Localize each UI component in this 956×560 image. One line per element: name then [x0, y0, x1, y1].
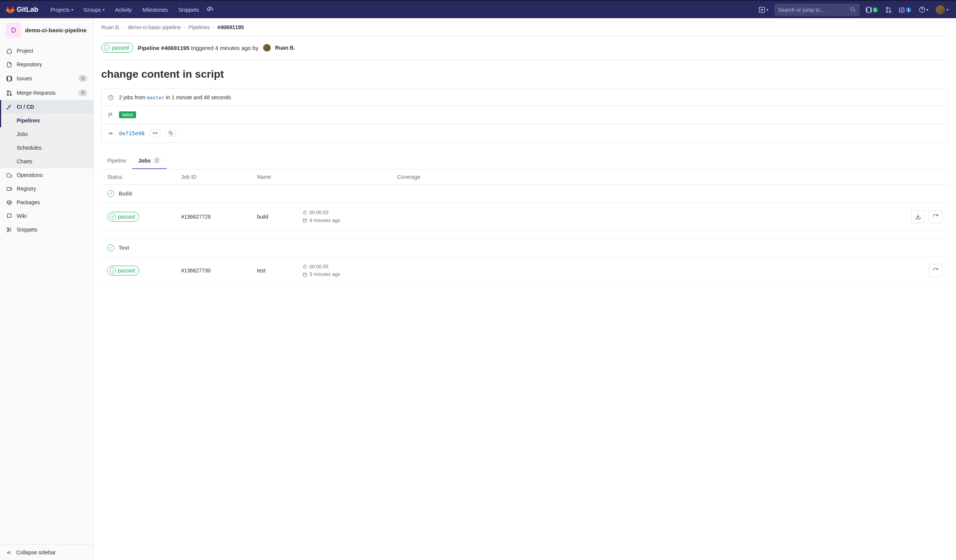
pipeline-header: ✓ passed Pipeline #40691195 triggered 4 …	[101, 36, 948, 60]
crumb-pipelines[interactable]: Pipelines	[189, 24, 210, 30]
jobs-table-header: Status Job ID Name Coverage	[101, 169, 948, 185]
tanuki-icon	[6, 6, 14, 14]
latest-tag: latest	[119, 111, 136, 118]
tab-jobs[interactable]: Jobs 2	[132, 152, 167, 169]
job-status-badge[interactable]: ✓ passed	[107, 212, 139, 222]
branch-link[interactable]: master	[147, 95, 165, 100]
nav-activity[interactable]: Activity	[111, 1, 137, 19]
sidebar-sub-jobs[interactable]: Jobs	[0, 127, 93, 141]
sidebar-item-cicd[interactable]: CI / CD	[0, 100, 93, 114]
sidebar-item-operations[interactable]: Operations	[0, 168, 93, 182]
nav-todos-icon[interactable]: 1	[898, 7, 913, 13]
svg-point-15	[10, 94, 11, 96]
check-circle-icon: ✓	[110, 268, 116, 274]
breadcrumbs: Ruan B. › demo-ci-basic-pipeline › Pipel…	[101, 24, 948, 36]
sidebar-project-header[interactable]: D demo-ci-basic-pipeline	[0, 18, 93, 42]
home-icon	[6, 48, 12, 54]
crumb-project[interactable]: demo-ci-basic-pipeline	[128, 24, 181, 30]
nav-milestones[interactable]: Milestones	[138, 1, 173, 19]
pipeline-info: Pipeline #40691195 triggered 4 minutes a…	[138, 45, 258, 51]
rocket-icon	[6, 104, 12, 110]
project-avatar: D	[6, 23, 21, 38]
sidebar-item-wiki[interactable]: Wiki	[0, 209, 93, 223]
chevron-right-icon: ›	[184, 25, 186, 30]
job-row: ✓ passed #136627730 test 00:00:55 3 minu…	[101, 257, 948, 285]
merge-icon	[6, 90, 12, 96]
triggerer-name[interactable]: Ruan B.	[275, 45, 295, 51]
copy-sha-button[interactable]	[166, 130, 176, 137]
retry-job-button[interactable]	[929, 264, 942, 277]
commit-sha-link[interactable]: 0e715e98	[119, 130, 145, 136]
svg-rect-2	[867, 7, 871, 13]
flag-icon	[108, 112, 114, 118]
nav-merge-requests-icon[interactable]	[884, 7, 893, 13]
job-name[interactable]: test	[257, 268, 302, 274]
check-circle-icon: ✓	[110, 214, 116, 220]
sidebar-sub-pipelines[interactable]: Pipelines	[0, 114, 93, 127]
stopwatch-icon	[302, 265, 307, 269]
global-search[interactable]	[774, 4, 860, 16]
job-id[interactable]: #136627729	[181, 214, 257, 220]
file-icon	[6, 62, 12, 67]
nav-groups[interactable]: Groups▾	[79, 1, 109, 19]
disk-icon	[6, 186, 12, 192]
crumb-user[interactable]: Ruan B.	[101, 24, 121, 30]
stopwatch-icon	[302, 210, 307, 215]
svg-point-17	[10, 188, 11, 189]
nav-issues-icon[interactable]: 1	[864, 7, 879, 13]
svg-point-21	[110, 133, 112, 134]
new-dropdown[interactable]: ▾	[757, 7, 770, 13]
jobs-summary-row: 2 jobs from master in 1 minute and 48 se…	[102, 89, 948, 106]
sidebar-item-merge-requests[interactable]: Merge Requests 0	[0, 86, 93, 100]
user-menu[interactable]: ▾	[934, 5, 950, 14]
stage-row-test: ✓ Test	[101, 239, 948, 257]
chevron-right-icon: ›	[213, 25, 215, 30]
crumb-current: #40691195	[218, 24, 244, 30]
issues-icon	[6, 76, 12, 82]
clock-icon	[108, 95, 114, 100]
job-status-badge[interactable]: ✓ passed	[107, 266, 139, 276]
sidebar-item-packages[interactable]: Packages	[0, 196, 93, 209]
retry-job-button[interactable]	[929, 210, 942, 223]
job-id[interactable]: #136627730	[181, 268, 257, 274]
svg-rect-22	[170, 133, 173, 135]
collapse-icon	[6, 550, 12, 555]
sidebar-sub-schedules[interactable]: Schedules	[0, 141, 93, 155]
more-actions-button[interactable]: •••	[150, 129, 160, 137]
pipeline-info-box: 2 jobs from master in 1 minute and 48 se…	[101, 89, 948, 143]
tab-pipeline[interactable]: Pipeline	[101, 152, 132, 169]
tag-row: latest	[102, 106, 948, 124]
sidebar-item-repository[interactable]: Repository	[0, 58, 93, 71]
svg-rect-11	[6, 77, 7, 80]
sidebar-item-project[interactable]: Project	[0, 44, 93, 58]
nav-snippets[interactable]: Snippets	[174, 1, 204, 19]
triggerer-avatar[interactable]	[263, 44, 270, 52]
download-artifacts-button[interactable]	[911, 210, 925, 223]
pipeline-status-badge[interactable]: ✓ passed	[101, 43, 133, 53]
nav-performance-icon[interactable]	[205, 6, 215, 13]
job-name[interactable]: build	[257, 214, 302, 220]
gitlab-logo[interactable]: GitLab	[6, 6, 38, 14]
stage-row-build: ✓ Build	[101, 185, 948, 203]
svg-rect-10	[7, 76, 11, 81]
search-icon	[850, 7, 856, 13]
avatar	[936, 5, 945, 14]
svg-point-7	[889, 11, 891, 13]
search-input[interactable]	[778, 7, 850, 13]
check-circle-icon: ✓	[107, 245, 114, 251]
svg-rect-24	[303, 219, 307, 223]
sidebar-item-registry[interactable]: Registry	[0, 182, 93, 196]
svg-rect-3	[866, 8, 867, 12]
cloud-icon	[6, 173, 12, 178]
sidebar-sub-charts[interactable]: Charts	[0, 155, 93, 168]
sidebar-item-issues[interactable]: Issues 0	[0, 71, 93, 86]
top-navbar: GitLab Projects▾ Groups▾ Activity Milest…	[0, 0, 956, 18]
project-name: demo-ci-basic-pipeline	[25, 27, 87, 34]
check-circle-icon: ✓	[104, 45, 110, 51]
sidebar-item-snippets[interactable]: Snippets	[0, 223, 93, 237]
nav-help-icon[interactable]: ▾	[917, 6, 930, 13]
svg-rect-26	[303, 273, 307, 277]
nav-projects[interactable]: Projects▾	[46, 1, 78, 19]
collapse-sidebar[interactable]: Collapse sidebar	[0, 544, 93, 560]
project-sidebar: D demo-ci-basic-pipeline Project Reposit…	[0, 18, 94, 560]
